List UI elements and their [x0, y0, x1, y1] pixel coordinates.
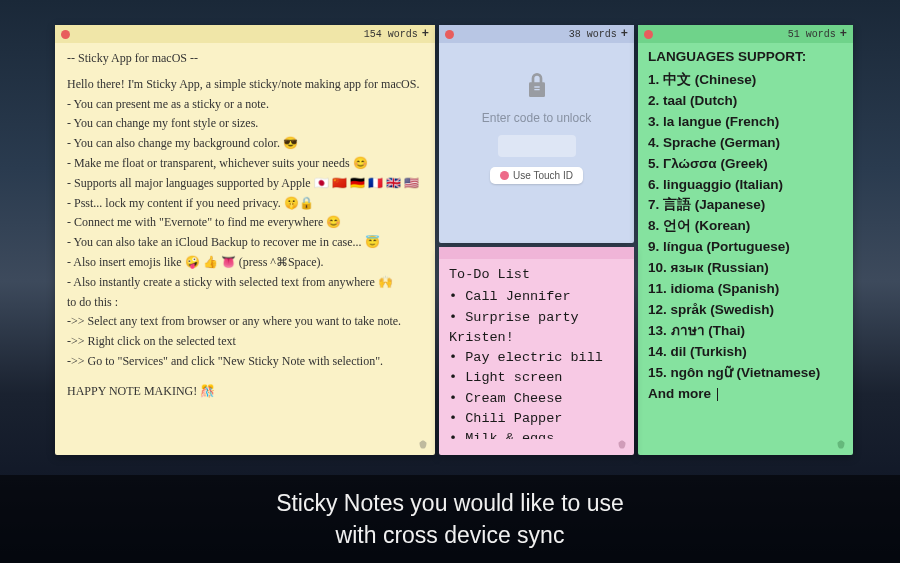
note-body[interactable]: -- Sticky App for macOS -- Hello there! …: [55, 43, 435, 439]
and-more: And more: [648, 384, 843, 405]
list-item: 11. idioma (Spanish): [648, 279, 843, 300]
languages-list: 1. 中文 (Chinese) 2. taal (Dutch) 3. la la…: [648, 70, 843, 384]
note-header[interactable]: [439, 247, 634, 259]
note-line: - Connect me with "Evernote" to find me …: [67, 213, 423, 233]
list-item: 12. språk (Swedish): [648, 300, 843, 321]
list-item: 5. Γλώσσα (Greek): [648, 154, 843, 175]
touch-id-icon: [500, 171, 509, 180]
list-item: 9. língua (Portuguese): [648, 237, 843, 258]
plus-icon[interactable]: +: [422, 27, 429, 41]
note-line: - Also instantly create a sticky with se…: [67, 273, 423, 293]
list-item: Light screen: [449, 368, 624, 388]
list-item: 6. linguaggio (Italian): [648, 175, 843, 196]
sticky-note-green[interactable]: 51 words + LANGUAGES SUPPORT: 1. 中文 (Chi…: [638, 25, 853, 455]
note-line: - You can also change my background colo…: [67, 134, 423, 154]
note-line: - You can present me as a sticky or a no…: [67, 95, 423, 115]
note-feature-list: - You can present me as a sticky or a no…: [67, 95, 423, 293]
word-count: 38 words: [569, 29, 617, 40]
list-item: 1. 中文 (Chinese): [648, 70, 843, 91]
locked-panel: Enter code to unlock Use Touch ID: [439, 43, 634, 243]
sticky-note-blue-locked[interactable]: 38 words + Enter code to unlock Use Touc…: [439, 25, 634, 243]
touch-id-button[interactable]: Use Touch ID: [490, 167, 583, 184]
note-line: ->> Go to "Services" and click "New Stic…: [67, 352, 423, 372]
list-item: 10. язык (Russian): [648, 258, 843, 279]
word-count: 51 words: [788, 29, 836, 40]
note-line: ->> Select any text from browser or any …: [67, 312, 423, 332]
sticky-note-yellow[interactable]: 154 words + -- Sticky App for macOS -- H…: [55, 25, 435, 455]
note-footer: [638, 439, 853, 455]
word-count: 154 words: [364, 29, 418, 40]
note-footer: [55, 439, 435, 455]
list-item: 3. la langue (French): [648, 112, 843, 133]
list-item: Call Jennifer: [449, 287, 624, 307]
text-cursor: [717, 388, 718, 401]
note-signoff: HAPPY NOTE MAKING! 🎊: [67, 382, 423, 402]
note-body[interactable]: LANGUAGES SUPPORT: 1. 中文 (Chinese) 2. ta…: [638, 43, 853, 439]
close-icon[interactable]: [61, 30, 70, 39]
note-header[interactable]: 154 words +: [55, 25, 435, 43]
list-item: 13. ภาษา (Thai): [648, 321, 843, 342]
todo-title: To-Do List: [449, 265, 624, 285]
close-icon[interactable]: [644, 30, 653, 39]
evernote-icon[interactable]: [417, 439, 429, 451]
note-intro: Hello there! I'm Sticky App, a simple st…: [67, 75, 423, 95]
caption-line: with cross device sync: [336, 519, 565, 551]
howto-label: to do this :: [67, 293, 423, 313]
note-line: ->> Right click on the selected text: [67, 332, 423, 352]
evernote-icon[interactable]: [616, 439, 628, 451]
list-item: Chili Papper: [449, 409, 624, 429]
note-line: - Supports all major languages supported…: [67, 174, 423, 194]
list-item: 2. taal (Dutch): [648, 91, 843, 112]
note-line: - You can change my font style or sizes.: [67, 114, 423, 134]
lock-prompt: Enter code to unlock: [482, 111, 591, 125]
close-icon[interactable]: [445, 30, 454, 39]
list-item: 7. 言語 (Japanese): [648, 195, 843, 216]
note-line: - Psst... lock my content if you need pr…: [67, 194, 423, 214]
note-line: - You can also take an iCloud Backup to …: [67, 233, 423, 253]
list-item: Milk & eggs: [449, 429, 624, 439]
languages-title: LANGUAGES SUPPORT:: [648, 47, 843, 68]
plus-icon[interactable]: +: [840, 27, 847, 41]
touch-id-label: Use Touch ID: [513, 170, 573, 181]
note-header[interactable]: 38 words +: [439, 25, 634, 43]
note-footer: [439, 439, 634, 455]
note-header[interactable]: 51 words +: [638, 25, 853, 43]
note-body[interactable]: To-Do List Call Jennifer Surprise party …: [439, 259, 634, 439]
note-title: -- Sticky App for macOS --: [67, 49, 423, 69]
list-item: Pay electric bill: [449, 348, 624, 368]
marketing-caption: Sticky Notes you would like to use with …: [0, 475, 900, 563]
sticky-note-pink[interactable]: To-Do List Call Jennifer Surprise party …: [439, 247, 634, 455]
note-line: - Also insert emojis like 🤪 👍 👅 (press ^…: [67, 253, 423, 273]
list-item: 4. Sprache (German): [648, 133, 843, 154]
list-item: 14. dil (Turkish): [648, 342, 843, 363]
list-item: 8. 언어 (Korean): [648, 216, 843, 237]
list-item: Cream Cheese: [449, 389, 624, 409]
caption-line: Sticky Notes you would like to use: [276, 487, 624, 519]
evernote-icon[interactable]: [835, 439, 847, 451]
lock-icon: [521, 69, 553, 101]
list-item: Surprise party Kristen!: [449, 308, 624, 349]
todo-list: Call Jennifer Surprise party Kristen! Pa…: [449, 287, 624, 439]
list-item: 15. ngôn ngữ (Vietnamese): [648, 363, 843, 384]
note-line: - Make me float or transparent, whicheve…: [67, 154, 423, 174]
howto-steps: ->> Select any text from browser or any …: [67, 312, 423, 371]
plus-icon[interactable]: +: [621, 27, 628, 41]
passcode-input[interactable]: [498, 135, 576, 157]
